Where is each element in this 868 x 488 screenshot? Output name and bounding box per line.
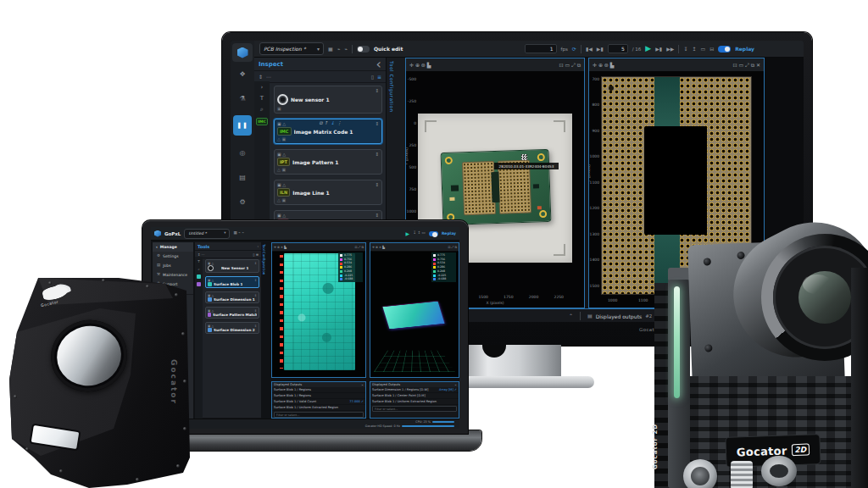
viewport-tools-left[interactable]: ✛ ⊕ ✕ ▙: [372, 246, 385, 249]
board-trace: [654, 77, 680, 126]
search-icon[interactable]: ⌕: [260, 107, 264, 113]
tool-card[interactable]: ▣ △ ⧉ ↑↓⋮ ⇕ IMC Image Matrix Code 1 △ ▣: [274, 119, 382, 144]
filter-dropdown[interactable]: Filter or select...: [274, 412, 364, 418]
output-row[interactable]: Surface Blob 1 / Regions: [272, 387, 365, 393]
collapse-panel-icon[interactable]: ⌃: [569, 313, 573, 319]
laptop-tools-panel: Tools ‹ ⇕ ⋯ ▯ ≡ T ⌕ ▣ △⇕: [195, 242, 261, 427]
status-led-strip: [674, 286, 680, 398]
reorder-icon[interactable]: ⇕: [375, 152, 379, 157]
play-icon[interactable]: ▶: [645, 45, 651, 53]
y-axis-label: Y (pixels): [406, 147, 409, 165]
expand-icon[interactable]: ›: [261, 85, 264, 91]
viewport-tools-right[interactable]: ⊡ ▭ ⤢ ⧉: [559, 62, 581, 69]
save-icon[interactable]: ▦: [328, 47, 333, 52]
tool-card[interactable]: ⇕ New sensor 1 ▣: [274, 86, 382, 114]
viewport-tools-right[interactable]: ⊡ ⤢ ⧉: [448, 246, 457, 249]
output-row[interactable]: Surface Blob 1 / Center Point [D.M]: [370, 393, 459, 399]
tool-card[interactable]: ▣ △⇕ Surface Dimension 2: [205, 322, 259, 334]
sensor-sync-icon[interactable]: ⌁: [344, 47, 348, 52]
record-icon[interactable]: ▭: [700, 47, 705, 52]
tool-card[interactable]: ▣ △⇕ Surface Blob 1: [205, 276, 259, 288]
viewport-tools-right[interactable]: ⊡ ▭ ⤢ ⧉ ✕: [733, 62, 760, 69]
download-icon[interactable]: ↧: [683, 47, 687, 52]
step-forward-icon[interactable]: ▶▮: [655, 47, 662, 52]
delete-icon[interactable]: ⊟: [709, 47, 714, 52]
job-dropdown[interactable]: PCB Inspection * ▾: [259, 42, 324, 55]
viewport-tools-left[interactable]: ✛ ⊕ ⊛ ▙: [409, 62, 431, 68]
divider: [352, 45, 353, 53]
fast-forward-icon[interactable]: ▶▶: [666, 47, 674, 52]
list-view-icon[interactable]: ≡: [377, 75, 381, 80]
y-axis-label: Y (pixels): [589, 164, 591, 182]
legend-color-chip: [340, 278, 342, 280]
more-icon[interactable]: ⋯: [266, 75, 271, 80]
hexagon-logo-icon: [237, 47, 248, 58]
app-logo[interactable]: [232, 43, 253, 62]
skip-start-icon[interactable]: ▮◀: [586, 47, 593, 52]
tool-card[interactable]: ▣ △⇕ New Sensor 1: [205, 259, 259, 273]
gold-pad: [537, 153, 545, 161]
legend-value: 0.775: [437, 254, 445, 257]
text-tool-icon[interactable]: T: [260, 96, 264, 102]
sidebar-header[interactable]: ‹ Manage: [153, 242, 193, 252]
sensor-icon[interactable]: ⌁: [337, 47, 341, 52]
inspect-header: Inspect ‹: [254, 58, 386, 71]
export-icons[interactable]: ↧ ↥ ▭: [413, 231, 426, 236]
reorder-icon[interactable]: ⇕: [375, 182, 379, 187]
tool-name: Image Matrix Code 1: [294, 129, 353, 135]
collapse-icon[interactable]: ‹: [257, 245, 259, 248]
replay-toggle[interactable]: [429, 231, 438, 236]
displayed-outputs-label[interactable]: Displayed outputs: [596, 313, 642, 319]
nav-rail-icon[interactable]: ▤: [233, 169, 252, 185]
output-row[interactable]: Surface Blob 1 / Valid Count77.000 ✓: [272, 399, 365, 405]
nav-rail-icon[interactable]: ⚗: [233, 91, 252, 106]
viewport-tools-left[interactable]: ✛ ⊕ ✕ ▙: [274, 246, 287, 249]
skip-end-icon[interactable]: ▶▮: [597, 47, 604, 52]
quick-edit-toggle[interactable]: [357, 46, 370, 53]
tool-card[interactable]: ▣ △ ⇕ IPT Image Pattern 1 △ ▣: [274, 149, 382, 175]
list-icons[interactable]: ▯ ≡: [253, 252, 259, 257]
sort-icon[interactable]: ⇕: [259, 75, 263, 80]
replay-toggle[interactable]: [718, 46, 731, 53]
tool-card-main: Surface Dimension 2: [208, 328, 257, 332]
sort-icons[interactable]: ⇕ ⋯: [198, 252, 205, 257]
reorder-icon[interactable]: ⇕: [375, 121, 379, 126]
output-row[interactable]: Surface Dimension 1 / Regions [D.W]Array…: [370, 387, 459, 393]
job-dropdown[interactable]: Untitled *▾: [184, 229, 230, 239]
nav-rail-icon[interactable]: ⚙: [233, 194, 252, 209]
tool-card[interactable]: ▣ △⇕ Surface Pattern Matching 1: [205, 307, 259, 319]
collapse-icon[interactable]: ‹: [376, 58, 381, 71]
play-icon[interactable]: ▶: [406, 231, 410, 236]
trash-icon[interactable]: ▯: [371, 75, 374, 80]
output-row[interactable]: Surface Blob 1 / Regions: [272, 393, 365, 399]
legend-value: 0.208: [437, 270, 445, 273]
toolbar-icons[interactable]: ▦ ⌁ ⌁: [233, 231, 244, 236]
reorder-icon[interactable]: ⇕: [375, 213, 379, 218]
reorder-icon[interactable]: ⇕: [375, 88, 379, 93]
legend-value: -0.688: [437, 278, 446, 280]
pcb-board: [441, 149, 552, 225]
nav-rail-icon[interactable]: ❖: [233, 66, 252, 81]
top-toolbar: PCB Inspection * ▾ ▦ ⌁ ⌁ Quick edit 1 fp…: [254, 41, 804, 58]
tool-card[interactable]: ▣ △ ⇕ ILN Image Line 1 △ ▣: [274, 180, 382, 205]
output-row[interactable]: Surface Blob 1 / Uniform Extracted Regio…: [272, 405, 365, 411]
output-row[interactable]: Surface Blob 1 / Uniform Extracted Regio…: [370, 399, 459, 405]
frame-select[interactable]: 5: [608, 44, 628, 53]
filter-dropdown[interactable]: Filter or select...: [372, 406, 457, 412]
tool-card-actions[interactable]: ⧉ ↑↓⋮: [320, 120, 342, 126]
loop-icon[interactable]: ⟳: [572, 47, 576, 52]
upload-icon[interactable]: ↥: [692, 47, 696, 52]
measurement-arrows: [280, 255, 283, 369]
viewport-3d[interactable]: ✛ ⊕ ✕ ▙ ⊡ ⤢ ⧉ 0.775 0.756 0.534: [370, 242, 459, 378]
nav-rail-icon[interactable]: ❚❚: [233, 115, 252, 136]
viewport-tools-left[interactable]: ✛ ⊕ ⊛ ▙: [593, 62, 614, 68]
gold-pad: [445, 157, 453, 164]
imc-category-badge[interactable]: IMC: [256, 118, 267, 125]
legend-row: 0.208: [433, 270, 454, 273]
viewport-tools-right[interactable]: ⊡ ⤢ ⧉: [355, 246, 364, 249]
nav-rail-icon[interactable]: ◎: [233, 145, 252, 160]
frame-input[interactable]: 1: [525, 44, 557, 53]
legend-row: 0.286: [340, 266, 361, 269]
heightmap-viewport[interactable]: ✛ ⊕ ✕ ▙ ⊡ ⤢ ⧉ 0.775 0.756 0.534: [271, 242, 366, 378]
tool-card[interactable]: ▣ △⇕ Surface Dimension 1: [205, 291, 259, 303]
